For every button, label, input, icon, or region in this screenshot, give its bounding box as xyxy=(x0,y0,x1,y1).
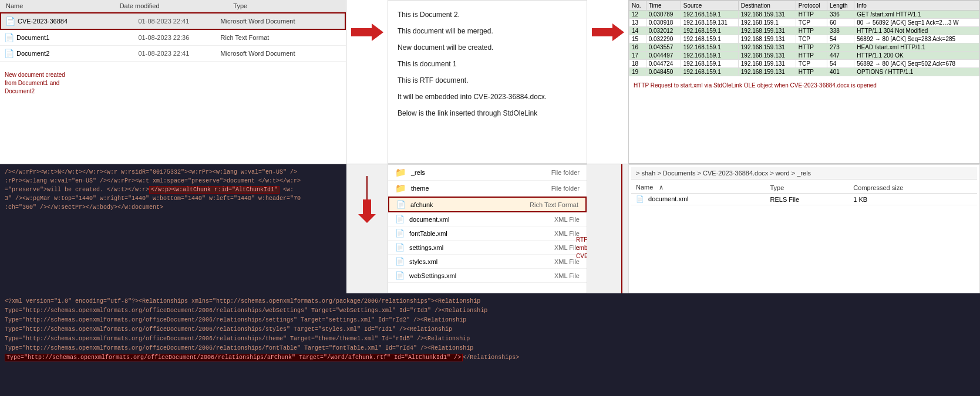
network-annotation: HTTP Request to start.xml via StdOleLink… xyxy=(634,81,975,90)
xml-icon: 📄 xyxy=(395,243,405,252)
net-time: 0.044724 xyxy=(646,60,681,68)
network-row: 18 0.044724 192.168.159.1 192.168.159.13… xyxy=(629,60,979,68)
file-explorer-row[interactable]: 📄 styles.xml XML File xyxy=(388,255,587,269)
details-file-name: document.xml xyxy=(648,195,688,202)
xml-icon: 📄 xyxy=(395,215,405,224)
file-row-doc1[interactable]: 📄 Document1 01-08-2023 22:36 Rich Text F… xyxy=(0,30,346,46)
file-explorer-row[interactable]: 📄 webSettings.xml XML File xyxy=(388,269,587,283)
col-name: Name xyxy=(2,1,116,11)
net-time: 0.030789 xyxy=(646,11,681,19)
network-row: 12 0.030789 192.168.159.1 192.168.159.13… xyxy=(629,11,979,19)
right-connector xyxy=(587,164,628,293)
network-table: No. Time Source Destination Protocol Len… xyxy=(629,1,979,76)
annotation-text: New document createdfrom Document1 andDo… xyxy=(5,71,346,96)
col-size-header: Compressed size xyxy=(848,182,977,194)
net-no: 18 xyxy=(629,60,646,68)
net-no: 12 xyxy=(629,11,646,19)
file-list-panel: Name Date modified Type 📄 CVE-2023-36884… xyxy=(0,0,346,164)
net-no: 19 xyxy=(629,68,646,76)
fe-name: settings.xml xyxy=(409,244,554,251)
network-panel: No. Time Source Destination Protocol Len… xyxy=(628,0,980,164)
fe-name: _rels xyxy=(411,169,551,176)
net-len: 273 xyxy=(827,43,854,52)
file-row-cve[interactable]: 📄 CVE-2023-36884 01-08-2023 22:41 Micros… xyxy=(0,12,346,30)
network-row: 17 0.044497 192.168.159.1 192.168.159.13… xyxy=(629,52,979,60)
xml-icon: 📄 xyxy=(395,257,405,266)
net-time: 0.032290 xyxy=(646,35,681,43)
net-info: HTTP/1.1 200 OK xyxy=(854,52,979,60)
svg-marker-2 xyxy=(358,199,376,223)
net-proto: TCP xyxy=(796,35,827,43)
doc-line-2: This document will be merged. xyxy=(398,24,577,38)
bottom-section: <?xml version="1.0" encoding="utf-8"?><R… xyxy=(0,293,980,396)
file-list-header: Name Date modified Type xyxy=(0,0,346,12)
col-len: Length xyxy=(827,1,854,11)
net-proto: HTTP xyxy=(796,11,827,19)
fe-type: File folder xyxy=(551,185,580,192)
net-len: 54 xyxy=(827,35,854,43)
file-name-cve: CVE-2023-36884 xyxy=(18,18,139,25)
arrow-right-icon xyxy=(351,23,383,41)
net-dst: 192.168.159.131 xyxy=(738,27,796,35)
file-explorer-row[interactable]: 📄 afchunk Rich Text Format xyxy=(388,197,587,212)
details-file-type: RELS File xyxy=(766,194,849,205)
net-proto: HTTP xyxy=(796,52,827,60)
net-dst: 192.168.159.131 xyxy=(738,68,796,76)
net-dst: 192.168.159.1 xyxy=(738,19,796,27)
fe-type: Rich Text Format xyxy=(530,201,578,208)
net-info: HTTP/1.1 304 Not Modified xyxy=(854,27,979,35)
network-row: 15 0.032290 192.168.159.1 192.168.159.13… xyxy=(629,35,979,43)
col-info: Info xyxy=(854,1,979,11)
details-row-1: 📄 document.xml RELS File 1 KB xyxy=(631,194,977,205)
net-time: 0.032012 xyxy=(646,27,681,35)
col-time: Time xyxy=(646,1,681,11)
doc-preview-panel: This is Document 2. This document will b… xyxy=(388,0,587,164)
xml-line-5: :ch="360" /></w:sectPr></w:body></w:docu… xyxy=(5,203,342,212)
net-time: 0.048450 xyxy=(646,68,681,76)
bottom-xml-3: Type="http://schemas.openxmlformats.org/… xyxy=(5,316,975,325)
rtf-icon-doc1: 📄 xyxy=(4,32,14,43)
breadcrumb-text: > shah > Documents > CVE-2023-36884.docx… xyxy=(636,170,811,177)
details-table: Name ∧ Type Compressed size 📄 document.x… xyxy=(631,182,977,205)
net-dst: 192.168.159.131 xyxy=(738,43,796,52)
net-len: 401 xyxy=(827,68,854,76)
file-explorer-row[interactable]: 📄 document.xml XML File xyxy=(388,212,587,226)
rtf-icon: 📄 xyxy=(396,200,406,209)
net-no: 14 xyxy=(629,27,646,35)
net-time: 0.030918 xyxy=(646,19,681,27)
file-row-doc2[interactable]: 📄 Document2 01-08-2023 22:41 Microsoft W… xyxy=(0,46,346,62)
file-explorer-panel: 📁 _rels File folder 📁 theme File folder … xyxy=(388,164,587,293)
net-src: 192.168.159.1 xyxy=(681,27,738,35)
fe-name: fontTable.xml xyxy=(409,230,554,237)
bottom-xml-1: <?xml version="1.0" encoding="utf-8"?><R… xyxy=(5,297,975,306)
col-type: Type xyxy=(230,1,343,11)
file-explorer-row[interactable]: 📁 theme File folder xyxy=(388,181,587,197)
file-explorer-row[interactable]: 📄 fontTable.xml XML File xyxy=(388,226,587,241)
file-explorer-row[interactable]: 📁 _rels File folder xyxy=(388,165,587,181)
col-name-header: Name ∧ xyxy=(631,182,766,194)
xml-file-icon: 📄 xyxy=(636,195,644,202)
net-proto: TCP xyxy=(796,19,827,27)
xml-line-1: /></w:rPr><w:t>N</w:t></w:r><w:r w:rsidR… xyxy=(5,168,342,177)
net-dst: 192.168.159.131 xyxy=(738,52,796,60)
file-explorer-row[interactable]: 📄 settings.xml XML File xyxy=(388,241,587,255)
net-src: 192.168.159.131 xyxy=(681,19,738,27)
fe-type: File folder xyxy=(551,169,580,176)
file-name-doc2: Document2 xyxy=(16,50,139,57)
details-file-size: 1 KB xyxy=(848,194,977,205)
col-dst: Destination xyxy=(738,1,796,11)
doc-line-3: New document will be created. xyxy=(398,40,577,55)
doc-line-5: This is RTF document. xyxy=(398,73,577,87)
middle-section: /></w:rPr><w:t>N</w:t></w:r><w:r w:rsidR… xyxy=(0,164,980,293)
net-no: 13 xyxy=(629,19,646,27)
net-proto: HTTP xyxy=(796,27,827,35)
fe-name: webSettings.xml xyxy=(409,272,554,279)
fe-type: XML File xyxy=(554,272,580,279)
breadcrumb: > shah > Documents > CVE-2023-36884.docx… xyxy=(631,167,977,180)
arrow-right2-icon xyxy=(592,23,624,41)
col-no: No. xyxy=(629,1,646,11)
col-src: Source xyxy=(681,1,738,11)
doc-line-4: This is document 1 xyxy=(398,57,577,71)
net-time: 0.044497 xyxy=(646,52,681,60)
doc-line-7: Below is the link inserted through StdOl… xyxy=(398,106,577,120)
